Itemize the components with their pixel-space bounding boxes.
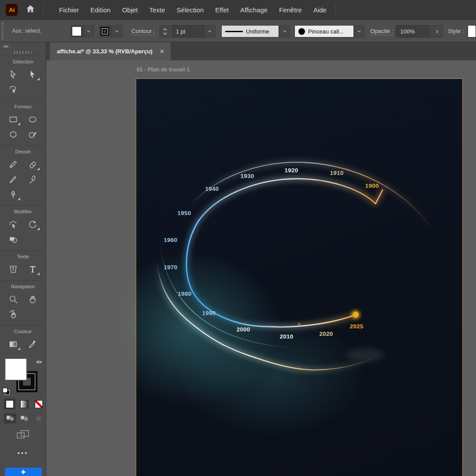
shape-builder-tool-icon[interactable] <box>6 232 21 246</box>
lower-sweep-arc[interactable] <box>157 263 377 370</box>
selection-tool-icon[interactable] <box>6 67 21 81</box>
document-tab[interactable]: affiche.ai* @ 33,33 % (RVB/Aperçu) ✕ <box>50 42 171 60</box>
pencil-tool-icon[interactable] <box>6 157 21 171</box>
timeline-main-arc[interactable] <box>186 179 383 327</box>
menu-items: FichierEditionObjetTexteSélectionEffetAf… <box>53 4 332 16</box>
menu-item-affichage[interactable]: Affichage <box>234 4 273 16</box>
direct-selection-tool-icon[interactable] <box>25 67 41 81</box>
year-label-1960: 1960 <box>164 237 177 243</box>
color-fill-button[interactable] <box>4 398 15 409</box>
year-label-1910: 1910 <box>330 170 343 176</box>
home-button[interactable] <box>26 4 35 15</box>
more-tools-button[interactable]: ••• <box>0 449 46 457</box>
variable-width-profile[interactable]: Uniforme <box>221 25 279 37</box>
chevron-down-icon <box>207 29 212 34</box>
stroke-weight-dropdown[interactable] <box>204 25 216 37</box>
star-icon <box>20 469 27 476</box>
controlbar-grip[interactable] <box>2 22 4 39</box>
profile-dropdown[interactable] <box>279 25 290 37</box>
swap-colors-icon[interactable] <box>35 359 43 367</box>
document-tab-title: affiche.ai* @ 33,33 % (RVB/Aperçu) <box>57 48 152 55</box>
artboard-tool-icon <box>16 430 30 439</box>
brush-definition[interactable]: Pinceau call... <box>294 25 354 37</box>
warp-tool-icon[interactable] <box>6 217 21 231</box>
menu-item-fenetre[interactable]: Fenêtre <box>273 4 308 16</box>
artboard[interactable]: 1900191019201930194019501960197019801990… <box>136 78 463 476</box>
gradient-button[interactable] <box>19 398 30 409</box>
year-label-1930: 1930 <box>240 173 254 179</box>
illustrator-logo-icon[interactable]: Ai <box>6 4 18 16</box>
arc-1900-hook <box>376 190 383 204</box>
polygon-tool-icon[interactable] <box>6 127 21 141</box>
touch-type-tool-icon[interactable] <box>6 262 21 276</box>
section-modify: Modifier <box>0 205 46 250</box>
menu-item-aide[interactable]: Aide <box>308 4 332 16</box>
stroke-color-dropdown[interactable] <box>111 25 123 37</box>
opacity-input[interactable]: 100% <box>396 25 430 37</box>
eyedropper-tool-icon[interactable] <box>25 337 41 351</box>
brush-preview-icon <box>298 28 305 35</box>
year-label-2000: 2000 <box>236 326 250 333</box>
rotate-view-tool-icon[interactable] <box>6 307 21 321</box>
none-button[interactable] <box>33 398 45 409</box>
chevron-down-icon <box>86 29 91 34</box>
flyout-indicator <box>37 167 40 170</box>
menu-item-selection[interactable]: Sélection <box>171 4 210 16</box>
menu-item-edition[interactable]: Edition <box>85 4 116 16</box>
chevron-down-icon <box>357 29 362 34</box>
opacity-more-button[interactable] <box>431 25 443 37</box>
opacity-label[interactable]: Opacité : <box>370 28 393 35</box>
chevron-down-icon <box>282 29 287 34</box>
year-label-1970: 1970 <box>164 264 177 271</box>
year-label-2010: 2010 <box>279 333 293 340</box>
menubar-divider <box>43 3 44 16</box>
brush-dropdown[interactable] <box>354 25 364 37</box>
ellipse-tool-icon[interactable] <box>25 112 41 126</box>
draw-behind-button[interactable] <box>18 413 30 424</box>
type-tool-icon[interactable] <box>25 262 41 276</box>
draw-mode-row <box>0 413 46 424</box>
stroke-weight-label[interactable]: Contour : <box>131 28 155 35</box>
menu-item-objet[interactable]: Objet <box>116 4 144 16</box>
rectangle-tool-icon[interactable] <box>6 112 21 126</box>
hand-tool-icon[interactable] <box>25 292 41 306</box>
paintbrush-tool-icon[interactable] <box>6 172 21 186</box>
zoom-tool-icon[interactable] <box>6 292 21 306</box>
color-mode-row <box>0 398 46 409</box>
stroke-color-well[interactable] <box>99 25 111 37</box>
fill-color-well[interactable] <box>71 25 83 37</box>
fill-stroke-widget <box>0 357 46 398</box>
gradient-tool-icon[interactable] <box>6 337 21 351</box>
tab-close-icon[interactable]: ✕ <box>160 48 164 55</box>
pen-tool-icon[interactable] <box>6 187 21 201</box>
year-label-1980: 1980 <box>178 290 191 297</box>
document-canvas[interactable]: 01 - Plan de travail 1 <box>46 60 476 476</box>
menu-item-fichier[interactable]: Fichier <box>53 4 85 16</box>
menu-item-effet[interactable]: Effet <box>209 4 234 16</box>
style-swatch[interactable] <box>468 25 476 37</box>
fill-color-dropdown[interactable] <box>83 25 94 37</box>
collapse-panel-icon[interactable]: «« <box>3 43 7 49</box>
draw-normal-button[interactable] <box>4 413 16 424</box>
artboard-tool[interactable] <box>0 430 46 439</box>
default-colors-icon[interactable] <box>3 388 10 395</box>
tool-slot-empty <box>25 232 41 246</box>
eraser-tool-icon[interactable] <box>25 157 41 171</box>
year-label-1940: 1940 <box>205 186 219 192</box>
stroke-weight-input[interactable]: 1 pt <box>171 25 204 37</box>
year-labels: 1900191019201930194019501960197019801990… <box>164 167 379 340</box>
shaper-tool-icon[interactable] <box>25 127 41 141</box>
panel-grip[interactable] <box>14 51 32 54</box>
timeline-artwork[interactable]: 1900191019201930194019501960197019801990… <box>136 79 462 476</box>
timeline-glow-layer <box>157 162 432 370</box>
lasso-tool-icon[interactable] <box>6 82 21 96</box>
draw-inside-button[interactable] <box>32 413 45 424</box>
fill-color-swatch[interactable] <box>5 358 27 380</box>
rotate-tool-icon[interactable] <box>25 217 41 231</box>
menu-item-texte[interactable]: Texte <box>144 4 171 16</box>
stroke-weight-stepper[interactable] <box>160 25 170 37</box>
curvature-tool-icon[interactable] <box>25 172 41 186</box>
endpoint-dot-2025[interactable] <box>353 312 359 318</box>
generative-ai-button[interactable] <box>5 468 42 476</box>
artboard-label[interactable]: 01 - Plan de travail 1 <box>137 67 190 73</box>
